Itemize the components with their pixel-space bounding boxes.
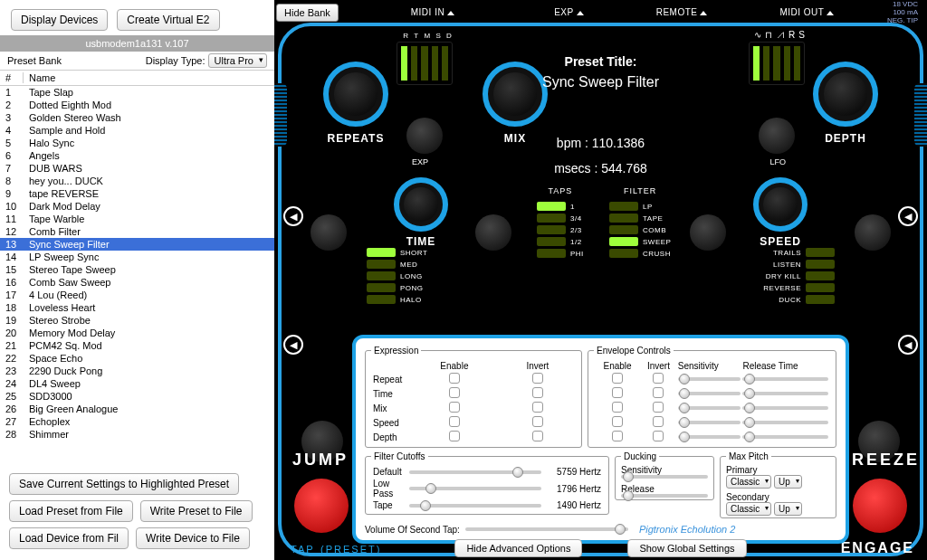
show-global-button[interactable]: Show Global Settings	[627, 539, 746, 557]
option-item[interactable]: REVERSE	[763, 283, 835, 292]
dark-button-l1[interactable]	[311, 214, 347, 251]
duck-sensitivity-slider[interactable]	[621, 475, 708, 479]
preset-row[interactable]: 7DUB WARS	[0, 162, 274, 175]
create-virtual-button[interactable]: Create Virtual E2	[117, 9, 219, 31]
repeats-knob[interactable]: REPEATS	[323, 62, 388, 127]
option-item[interactable]: DRY KILL	[766, 271, 835, 280]
preset-row[interactable]: 8hey you... DUCK	[0, 175, 274, 187]
preset-list[interactable]: 1Tape Slap2Dotted Eighth Mod3Golden Ster…	[0, 86, 274, 468]
exp-enable-check[interactable]	[449, 373, 460, 384]
env-invert-check[interactable]	[653, 416, 664, 427]
prev-preset-button[interactable]: ◀	[283, 206, 303, 226]
secondary-classic-select[interactable]: Classic	[726, 502, 771, 516]
hide-advanced-button[interactable]: Hide Advanced Options	[454, 539, 582, 557]
preset-row[interactable]: 28Shimmer	[0, 428, 274, 441]
save-settings-button[interactable]: Save Current Settings to Highlighted Pre…	[9, 473, 239, 495]
env-enable-check[interactable]	[612, 387, 623, 398]
option-item[interactable]: SHORT	[367, 248, 427, 257]
dark-button-r1[interactable]	[855, 214, 891, 251]
preset-row[interactable]: 25SDD3000	[0, 390, 274, 403]
secondary-up-select[interactable]: Up	[774, 502, 802, 516]
preset-row[interactable]: 1Tape Slap	[0, 86, 274, 99]
env-sens-slider[interactable]	[678, 406, 741, 410]
option-item[interactable]: CRUSH	[609, 249, 671, 258]
tape-cutoff-slider[interactable]	[409, 504, 541, 508]
preset-row[interactable]: 26Big Green Analogue	[0, 403, 274, 415]
preset-row[interactable]: 9tape REVERSE	[0, 187, 274, 200]
preset-row[interactable]: 3Golden Stereo Wash	[0, 111, 274, 124]
tap-stomp[interactable]	[294, 479, 349, 533]
env-invert-check[interactable]	[653, 387, 664, 398]
env-enable-check[interactable]	[612, 402, 623, 413]
option-item[interactable]: 3/4	[537, 214, 584, 223]
load-device-button[interactable]: Load Device from Fil	[9, 527, 129, 549]
write-preset-button[interactable]: Write Preset to File	[140, 500, 253, 522]
preset-row[interactable]: 24DL4 Sweep	[0, 377, 274, 390]
exp-invert-check[interactable]	[532, 416, 543, 427]
option-item[interactable]: MED	[367, 260, 427, 269]
option-item[interactable]: HALO	[367, 295, 427, 304]
default-cutoff-slider[interactable]	[409, 470, 541, 474]
preset-row[interactable]: 2Dotted Eighth Mod	[0, 99, 274, 111]
env-enable-check[interactable]	[612, 416, 623, 427]
option-item[interactable]: 1	[537, 202, 584, 211]
env-sens-slider[interactable]	[678, 421, 741, 424]
env-release-slider[interactable]	[742, 392, 828, 395]
col-header-name[interactable]: Name	[24, 72, 274, 83]
preset-row[interactable]: 11Tape Warble	[0, 213, 274, 225]
preset-row[interactable]: 19Stereo Strobe	[0, 314, 274, 327]
preset-row[interactable]: 22Space Echo	[0, 352, 274, 365]
preset-row[interactable]: 18Loveless Heart	[0, 301, 274, 314]
dark-button-r2[interactable]	[690, 214, 726, 251]
left-arrow-2[interactable]: ◀	[283, 335, 303, 355]
hide-bank-button[interactable]: Hide Bank	[276, 4, 339, 22]
duck-release-slider[interactable]	[621, 494, 708, 498]
env-enable-check[interactable]	[612, 373, 623, 384]
exp-invert-check[interactable]	[532, 431, 543, 441]
env-release-slider[interactable]	[742, 421, 828, 424]
exp-enable-check[interactable]	[449, 402, 460, 413]
exp-enable-check[interactable]	[449, 431, 460, 441]
preset-row[interactable]: 27Echoplex	[0, 415, 274, 428]
exp-invert-check[interactable]	[532, 373, 543, 384]
time-knob[interactable]: TIME	[394, 177, 448, 232]
exp-enable-check[interactable]	[449, 387, 460, 398]
exp-invert-check[interactable]	[532, 402, 543, 413]
preset-row[interactable]: 20Memory Mod Delay	[0, 327, 274, 339]
preset-row[interactable]: 10Dark Mod Delay	[0, 200, 274, 213]
option-item[interactable]: TAPE	[609, 214, 671, 223]
preset-row[interactable]: 21PCM42 Sq. Mod	[0, 339, 274, 352]
preset-row[interactable]: 16Comb Saw Sweep	[0, 276, 274, 289]
option-item[interactable]: DUCK	[779, 295, 835, 304]
dark-button-l2[interactable]	[475, 214, 511, 251]
load-preset-button[interactable]: Load Preset from File	[9, 500, 133, 522]
preset-row[interactable]: 6Angels	[0, 149, 274, 162]
engage-stomp[interactable]	[853, 479, 907, 533]
mix-knob[interactable]: MIX	[483, 62, 548, 127]
env-invert-check[interactable]	[653, 402, 664, 413]
preset-row[interactable]: 5Halo Sync	[0, 137, 274, 149]
preset-row[interactable]: 13Sync Sweep Filter	[0, 238, 274, 251]
exp-enable-check[interactable]	[449, 416, 460, 427]
option-item[interactable]: PONG	[367, 283, 427, 292]
primary-up-select[interactable]: Up	[774, 475, 802, 489]
env-enable-check[interactable]	[612, 431, 623, 441]
write-device-button[interactable]: Write Device to File	[136, 527, 250, 549]
option-item[interactable]: LISTEN	[773, 260, 835, 269]
display-type-select[interactable]: Ultra Pro	[208, 53, 267, 68]
preset-row[interactable]: 15Stereo Tape Sweep	[0, 263, 274, 276]
preset-row[interactable]: 232290 Duck Pong	[0, 365, 274, 377]
right-arrow-2[interactable]: ◀	[898, 335, 918, 355]
speed-knob[interactable]: SPEED	[753, 177, 808, 232]
env-release-slider[interactable]	[742, 377, 828, 381]
col-header-num[interactable]: #	[0, 72, 24, 83]
env-invert-check[interactable]	[653, 431, 664, 441]
preset-row[interactable]: 12Comb Filter	[0, 225, 274, 238]
next-preset-button[interactable]: ◀	[898, 206, 918, 226]
option-item[interactable]: 2/3	[537, 225, 584, 234]
option-item[interactable]: LONG	[367, 271, 427, 280]
primary-classic-select[interactable]: Classic	[726, 475, 771, 489]
option-item[interactable]: LP	[609, 202, 671, 211]
option-item[interactable]: COMB	[609, 225, 671, 234]
env-release-slider[interactable]	[742, 435, 828, 439]
